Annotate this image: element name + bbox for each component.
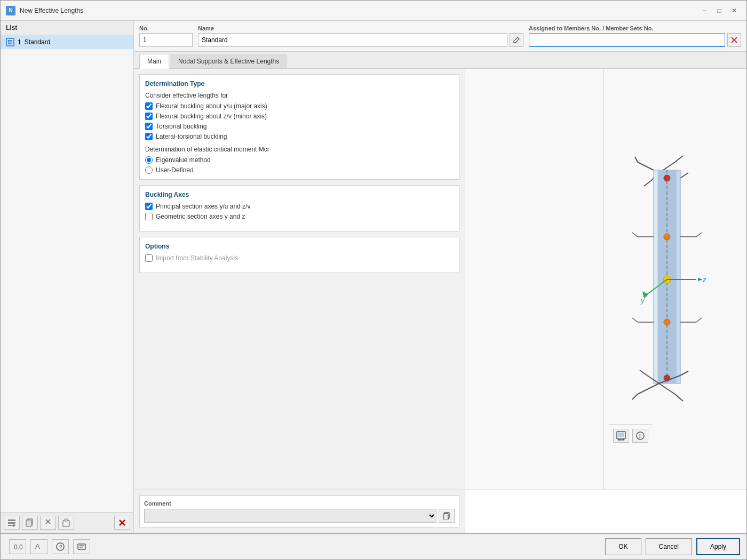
tabs: Main Nodal Supports & Effective Lengths	[134, 52, 746, 69]
import-stability-item[interactable]: Import from Stability Analysis	[145, 254, 454, 262]
name-input[interactable]	[198, 33, 507, 47]
svg-line-50	[632, 233, 638, 237]
footer-icon-4[interactable]	[73, 539, 90, 554]
user-defined-radio-item[interactable]: User-Defined	[145, 166, 454, 174]
comment-copy-button[interactable]	[439, 509, 455, 523]
svg-line-46	[675, 394, 683, 401]
right-visual: y z	[603, 69, 746, 490]
minimize-button[interactable]: −	[697, 5, 711, 17]
svg-text:A: A	[35, 542, 40, 550]
svg-line-41	[638, 383, 659, 394]
window-icon: N	[6, 6, 15, 15]
footer-icon-3[interactable]: ?	[52, 539, 69, 554]
no-field-group: No.	[139, 25, 193, 47]
main-window: N New Effective Lengths − □ ✕ List 1 Sta…	[0, 0, 747, 560]
no-input[interactable]	[139, 33, 193, 47]
svg-line-18	[635, 157, 638, 162]
options-section: Options Import from Stability Analysis	[139, 237, 459, 273]
svg-point-30	[664, 175, 670, 181]
svg-rect-70	[78, 544, 85, 549]
svg-line-44	[680, 371, 688, 375]
lateral-checkbox[interactable]	[145, 133, 153, 140]
sidebar-item-label: Standard	[25, 38, 51, 46]
geometric-checkbox-item[interactable]: Geometric section axes y and z	[145, 213, 454, 220]
torsional-checkbox-item[interactable]: Torsional buckling	[145, 123, 454, 130]
column-svg: y z	[606, 141, 744, 418]
paste-button[interactable]	[58, 516, 74, 530]
visual-export-button[interactable]	[613, 429, 629, 443]
options-title: Options	[145, 243, 454, 250]
comment-area: Comment	[134, 490, 465, 533]
svg-rect-3	[8, 522, 15, 524]
name-edit-button[interactable]	[510, 33, 523, 47]
svg-line-22	[675, 156, 683, 162]
right-panel: No. Name Assigned to Members No. / Membe…	[134, 21, 746, 533]
footer-icon-2[interactable]: A	[30, 539, 47, 554]
assigned-clear-button[interactable]	[727, 33, 741, 47]
geometric-checkbox[interactable]	[145, 213, 153, 220]
tab-main[interactable]: Main	[139, 54, 169, 69]
main-content: List 1 Standard	[1, 21, 746, 533]
title-controls: − □ ✕	[697, 5, 741, 17]
visual-bottom-icons: i	[609, 424, 653, 447]
lateral-checkbox-item[interactable]: Lateral-torsional buckling	[145, 133, 454, 140]
mcr-radios: Eigenvalue method User-Defined	[145, 156, 454, 174]
sidebar-item-standard[interactable]: 1 Standard	[1, 35, 133, 49]
tab-nodal[interactable]: Nodal Supports & Effective Lengths	[170, 54, 287, 68]
consider-label: Consider effective lengths for	[145, 92, 454, 99]
window-title: New Effective Lengths	[20, 7, 693, 14]
copy-row-button[interactable]	[22, 516, 38, 530]
determination-checkboxes: Flexural buckling about y/u (major axis)…	[145, 102, 454, 140]
svg-rect-8	[26, 520, 31, 526]
flex-y-checkbox-item[interactable]: Flexural buckling about y/u (major axis)	[145, 102, 454, 110]
no-label: No.	[139, 25, 193, 31]
svg-line-48	[640, 370, 647, 375]
eigenvalue-label: Eigenvalue method	[156, 156, 211, 164]
svg-text:i: i	[639, 434, 641, 439]
close-button[interactable]: ✕	[727, 5, 741, 17]
svg-line-52	[696, 233, 702, 237]
import-stability-label: Import from Stability Analysis	[156, 254, 238, 262]
svg-line-20	[680, 173, 688, 178]
add-row-button[interactable]	[4, 516, 20, 530]
flex-z-checkbox[interactable]	[145, 113, 153, 120]
maximize-button[interactable]: □	[712, 5, 726, 17]
footer-icon-1[interactable]: 0.00	[9, 539, 26, 554]
svg-line-45	[659, 383, 675, 394]
item-icon	[6, 38, 14, 46]
lateral-label: Lateral-torsional buckling	[156, 133, 227, 140]
comment-right	[465, 490, 746, 533]
apply-button[interactable]: Apply	[696, 538, 740, 555]
cut-button[interactable]	[40, 516, 56, 530]
bottom-section: Comment	[134, 490, 746, 533]
principal-checkbox-item[interactable]: Principal section axes y/u and z/v	[145, 203, 454, 210]
sidebar: List 1 Standard	[1, 21, 134, 533]
comment-select[interactable]	[144, 509, 436, 523]
svg-line-56	[696, 318, 702, 322]
buckling-checkboxes: Principal section axes y/u and z/v Geome…	[145, 203, 454, 220]
ok-button[interactable]: OK	[605, 538, 641, 555]
flex-y-checkbox[interactable]	[145, 102, 153, 110]
cancel-button[interactable]: Cancel	[646, 538, 692, 555]
flex-z-label: Flexural buckling about z/v (minor axis)	[156, 113, 267, 120]
svg-rect-12	[65, 519, 68, 521]
geometric-label: Geometric section axes y and z	[156, 213, 245, 220]
eigenvalue-radio-item[interactable]: Eigenvalue method	[145, 156, 454, 164]
principal-checkbox[interactable]	[145, 203, 153, 210]
eigenvalue-radio[interactable]	[145, 156, 153, 164]
name-label: Name	[198, 25, 523, 31]
flex-z-checkbox-item[interactable]: Flexural buckling about z/v (minor axis)	[145, 113, 454, 120]
svg-rect-26	[654, 170, 658, 383]
assigned-wrapper	[529, 33, 741, 47]
user-defined-radio[interactable]	[145, 166, 153, 174]
delete-button[interactable]	[114, 516, 130, 530]
svg-text:0.00: 0.00	[14, 543, 22, 551]
import-stability-checkbox[interactable]	[145, 254, 153, 262]
assigned-input[interactable]	[529, 33, 725, 47]
name-wrapper	[198, 33, 523, 47]
visual-info-button[interactable]: i	[632, 429, 648, 443]
determination-title: Determination Type	[145, 80, 454, 87]
svg-rect-58	[618, 433, 624, 437]
torsional-checkbox[interactable]	[145, 123, 153, 130]
tab-content: Determination Type Consider effective le…	[134, 69, 746, 490]
